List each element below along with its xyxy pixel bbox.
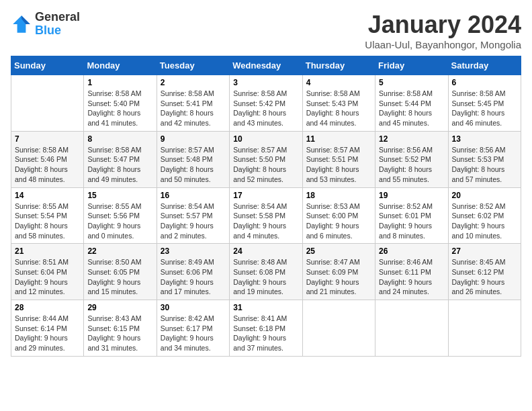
day-info: Sunrise: 8:53 AMSunset: 6:00 PMDaylight:…: [306, 201, 371, 241]
day-number: 31: [233, 303, 298, 312]
calendar-week-row: 14Sunrise: 8:55 AMSunset: 5:54 PMDayligh…: [11, 187, 521, 244]
day-info: Sunrise: 8:45 AMSunset: 6:12 PMDaylight:…: [452, 257, 517, 297]
calendar-cell: 10Sunrise: 8:57 AMSunset: 5:50 PMDayligh…: [230, 131, 302, 187]
day-number: 15: [87, 191, 152, 200]
day-number: 24: [233, 246, 298, 256]
calendar-cell: [11, 75, 84, 132]
day-info: Sunrise: 8:50 AMSunset: 6:05 PMDaylight:…: [87, 257, 152, 297]
day-info: Sunrise: 8:57 AMSunset: 5:50 PMDaylight:…: [233, 145, 298, 185]
day-info: Sunrise: 8:58 AMSunset: 5:45 PMDaylight:…: [452, 89, 517, 128]
day-info: Sunrise: 8:54 AMSunset: 5:57 PMDaylight:…: [161, 201, 226, 241]
weekday-header-sunday: Sunday: [11, 56, 84, 75]
calendar-cell: 30Sunrise: 8:42 AMSunset: 6:17 PMDayligh…: [157, 300, 229, 357]
calendar-header: SundayMondayTuesdayWednesdayThursdayFrid…: [11, 56, 521, 75]
day-info: Sunrise: 8:58 AMSunset: 5:46 PMDaylight:…: [15, 145, 80, 185]
day-info: Sunrise: 8:58 AMSunset: 5:44 PMDaylight:…: [379, 89, 444, 128]
calendar-week-row: 7Sunrise: 8:58 AMSunset: 5:46 PMDaylight…: [11, 131, 521, 187]
calendar-cell: [448, 300, 521, 357]
day-info: Sunrise: 8:48 AMSunset: 6:08 PMDaylight:…: [233, 257, 298, 297]
day-info: Sunrise: 8:56 AMSunset: 5:52 PMDaylight:…: [379, 145, 444, 185]
calendar-body: 1Sunrise: 8:58 AMSunset: 5:40 PMDaylight…: [11, 75, 521, 357]
page-header: General Blue January 2024 Ulaan-Uul, Bay…: [11, 11, 521, 50]
day-number: 27: [452, 246, 517, 256]
logo-text: General Blue: [35, 11, 80, 38]
logo: General Blue: [11, 11, 80, 38]
day-number: 11: [306, 134, 371, 144]
calendar-cell: 25Sunrise: 8:47 AMSunset: 6:09 PMDayligh…: [302, 244, 375, 300]
day-info: Sunrise: 8:57 AMSunset: 5:51 PMDaylight:…: [306, 145, 371, 185]
day-number: 21: [15, 246, 80, 256]
day-info: Sunrise: 8:43 AMSunset: 6:15 PMDaylight:…: [87, 314, 152, 353]
calendar-cell: 7Sunrise: 8:58 AMSunset: 5:46 PMDaylight…: [11, 131, 84, 187]
calendar-cell: 26Sunrise: 8:46 AMSunset: 6:11 PMDayligh…: [375, 244, 448, 300]
day-info: Sunrise: 8:51 AMSunset: 6:04 PMDaylight:…: [15, 257, 80, 297]
calendar-cell: 22Sunrise: 8:50 AMSunset: 6:05 PMDayligh…: [84, 244, 157, 300]
calendar-week-row: 28Sunrise: 8:44 AMSunset: 6:14 PMDayligh…: [11, 300, 521, 357]
day-number: 8: [87, 134, 152, 144]
day-number: 17: [233, 191, 298, 200]
weekday-header-thursday: Thursday: [302, 56, 375, 75]
calendar-cell: 24Sunrise: 8:48 AMSunset: 6:08 PMDayligh…: [230, 244, 302, 300]
calendar-cell: [302, 300, 375, 357]
day-info: Sunrise: 8:56 AMSunset: 5:53 PMDaylight:…: [452, 145, 517, 185]
day-number: 16: [161, 191, 226, 200]
day-info: Sunrise: 8:58 AMSunset: 5:43 PMDaylight:…: [306, 89, 371, 128]
calendar-cell: 3Sunrise: 8:58 AMSunset: 5:42 PMDaylight…: [230, 75, 302, 132]
day-info: Sunrise: 8:58 AMSunset: 5:47 PMDaylight:…: [87, 145, 152, 185]
day-number: 2: [161, 78, 226, 87]
calendar-cell: 20Sunrise: 8:52 AMSunset: 6:02 PMDayligh…: [448, 187, 521, 244]
calendar-cell: 21Sunrise: 8:51 AMSunset: 6:04 PMDayligh…: [11, 244, 84, 300]
logo-blue-text: Blue: [35, 24, 80, 38]
day-info: Sunrise: 8:58 AMSunset: 5:42 PMDaylight:…: [233, 89, 298, 128]
weekday-header-friday: Friday: [375, 56, 448, 75]
calendar-cell: 27Sunrise: 8:45 AMSunset: 6:12 PMDayligh…: [448, 244, 521, 300]
calendar-cell: 6Sunrise: 8:58 AMSunset: 5:45 PMDaylight…: [448, 75, 521, 132]
day-number: 10: [233, 134, 298, 144]
calendar-cell: 12Sunrise: 8:56 AMSunset: 5:52 PMDayligh…: [375, 131, 448, 187]
logo-general-text: General: [35, 11, 80, 24]
calendar-week-row: 21Sunrise: 8:51 AMSunset: 6:04 PMDayligh…: [11, 244, 521, 300]
day-number: 4: [306, 78, 371, 87]
calendar-cell: 15Sunrise: 8:55 AMSunset: 5:56 PMDayligh…: [84, 187, 157, 244]
day-number: 12: [379, 134, 444, 144]
title-block: January 2024 Ulaan-Uul, Bayanhongor, Mon…: [365, 11, 521, 50]
day-info: Sunrise: 8:49 AMSunset: 6:06 PMDaylight:…: [161, 257, 226, 297]
day-number: 26: [379, 246, 444, 256]
day-info: Sunrise: 8:54 AMSunset: 5:58 PMDaylight:…: [233, 201, 298, 241]
weekday-header-tuesday: Tuesday: [157, 56, 229, 75]
calendar-cell: 19Sunrise: 8:52 AMSunset: 6:01 PMDayligh…: [375, 187, 448, 244]
day-number: 5: [379, 78, 444, 87]
calendar-cell: 31Sunrise: 8:41 AMSunset: 6:18 PMDayligh…: [230, 300, 302, 357]
day-info: Sunrise: 8:55 AMSunset: 5:56 PMDaylight:…: [87, 201, 152, 241]
calendar-cell: 9Sunrise: 8:57 AMSunset: 5:48 PMDaylight…: [157, 131, 229, 187]
calendar-cell: [375, 300, 448, 357]
day-info: Sunrise: 8:41 AMSunset: 6:18 PMDaylight:…: [233, 314, 298, 353]
day-number: 14: [15, 191, 80, 200]
weekday-header-monday: Monday: [84, 56, 157, 75]
calendar-cell: 2Sunrise: 8:58 AMSunset: 5:41 PMDaylight…: [157, 75, 229, 132]
calendar-cell: 18Sunrise: 8:53 AMSunset: 6:00 PMDayligh…: [302, 187, 375, 244]
calendar-cell: 13Sunrise: 8:56 AMSunset: 5:53 PMDayligh…: [448, 131, 521, 187]
logo-icon: [11, 13, 32, 35]
day-number: 20: [452, 191, 517, 200]
day-number: 6: [452, 78, 517, 87]
day-number: 25: [306, 246, 371, 256]
calendar-week-row: 1Sunrise: 8:58 AMSunset: 5:40 PMDaylight…: [11, 75, 521, 132]
calendar-cell: 8Sunrise: 8:58 AMSunset: 5:47 PMDaylight…: [84, 131, 157, 187]
day-info: Sunrise: 8:57 AMSunset: 5:48 PMDaylight:…: [161, 145, 226, 185]
day-number: 9: [161, 134, 226, 144]
day-info: Sunrise: 8:55 AMSunset: 5:54 PMDaylight:…: [15, 201, 80, 241]
day-info: Sunrise: 8:58 AMSunset: 5:41 PMDaylight:…: [161, 89, 226, 128]
weekday-header-saturday: Saturday: [448, 56, 521, 75]
calendar-cell: 1Sunrise: 8:58 AMSunset: 5:40 PMDaylight…: [84, 75, 157, 132]
day-info: Sunrise: 8:52 AMSunset: 6:01 PMDaylight:…: [379, 201, 444, 241]
day-number: 23: [161, 246, 226, 256]
day-number: 22: [87, 246, 152, 256]
calendar-cell: 29Sunrise: 8:43 AMSunset: 6:15 PMDayligh…: [84, 300, 157, 357]
weekday-header-row: SundayMondayTuesdayWednesdayThursdayFrid…: [11, 56, 521, 75]
day-info: Sunrise: 8:47 AMSunset: 6:09 PMDaylight:…: [306, 257, 371, 297]
weekday-header-wednesday: Wednesday: [230, 56, 302, 75]
calendar-subtitle: Ulaan-Uul, Bayanhongor, Mongolia: [365, 39, 521, 50]
calendar-cell: 11Sunrise: 8:57 AMSunset: 5:51 PMDayligh…: [302, 131, 375, 187]
calendar-cell: 23Sunrise: 8:49 AMSunset: 6:06 PMDayligh…: [157, 244, 229, 300]
